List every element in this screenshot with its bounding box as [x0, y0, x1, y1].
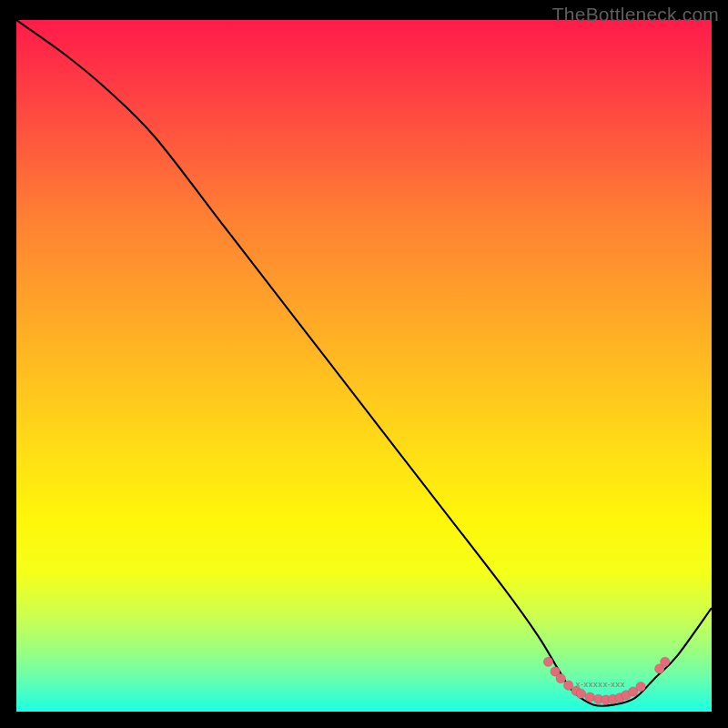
plot-area: x-xxxxx-xxx — [16, 20, 712, 712]
scatter-point — [661, 657, 671, 667]
chart-stage: TheBottleneck.com x-xxxxx-xxx — [0, 0, 728, 728]
scatter-point — [556, 673, 566, 683]
chart-overlay: x-xxxxx-xxx — [16, 20, 712, 712]
watermark-text: TheBottleneck.com — [552, 4, 719, 25]
scatter-point — [585, 693, 595, 703]
scatter-point — [636, 682, 646, 692]
scatter-annotation: x-xxxxx-xxx — [576, 680, 625, 689]
scatter-point — [576, 689, 586, 699]
scatter-point — [543, 657, 553, 667]
bottleneck-curve — [16, 20, 712, 706]
